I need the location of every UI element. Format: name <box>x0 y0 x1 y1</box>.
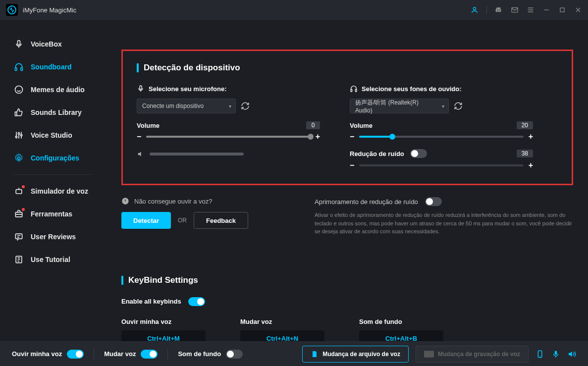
toolbox-icon <box>14 209 24 219</box>
bg-sound-toggle[interactable] <box>226 350 243 359</box>
mic-volume-value: 0 <box>306 121 320 129</box>
sidebar-item-settings[interactable]: Configurações <box>0 147 107 169</box>
device-detection-panel: Detecção de dispositivo Selecione seu mi… <box>121 50 573 185</box>
mic-volume-label: Volume <box>137 122 160 129</box>
user-icon[interactable] <box>471 6 479 14</box>
content: Detecção de dispositivo Selecione seu mi… <box>107 20 588 341</box>
noise-enh-toggle[interactable] <box>425 197 442 206</box>
microphone-column: Selecione seu microfone: Conecte um disp… <box>137 85 320 170</box>
keybind-item-bg-sound: Som de fundo Ctrl+Alt+B <box>359 318 443 342</box>
sidebar-item-tools[interactable]: Ferramentas <box>0 203 107 225</box>
svg-point-1 <box>473 7 476 10</box>
bottom-hear-voice: Ouvir minha voz <box>12 350 84 359</box>
minimize-icon[interactable] <box>542 6 550 14</box>
mic-volume-minus[interactable]: − <box>137 132 141 141</box>
svg-rect-5 <box>15 68 17 71</box>
headphones-small-icon <box>350 85 358 93</box>
phone-icon[interactable] <box>535 350 544 359</box>
noise-slider[interactable] <box>359 164 523 166</box>
keybind-box-hear-voice[interactable]: Ctrl+Alt+M <box>121 330 206 342</box>
file-voice-change-button[interactable]: Mudança de arquivo de voz <box>302 346 409 363</box>
mic-volume-plus[interactable]: + <box>316 132 320 141</box>
svg-rect-12 <box>16 190 22 194</box>
noise-reduction-value: 38 <box>517 150 533 157</box>
mic-select-label: Selecione seu microfone: <box>137 85 320 93</box>
maximize-icon[interactable] <box>558 6 566 14</box>
thumb-icon <box>14 107 24 117</box>
bottombar: Ouvir minha voz Mudar voz Som de fundo M… <box>0 341 588 366</box>
svg-rect-6 <box>21 68 22 71</box>
speaker-bottom-icon[interactable] <box>567 350 576 359</box>
doc-icon <box>14 255 24 264</box>
noise-minus[interactable]: − <box>350 161 354 170</box>
svg-rect-22 <box>555 351 557 355</box>
chat-icon <box>14 232 24 242</box>
svg-rect-14 <box>15 234 22 239</box>
keybind-box-change-voice[interactable]: Ctrl+Alt+N <box>240 330 324 342</box>
svg-rect-16 <box>140 86 142 89</box>
titlebar-right <box>471 6 582 14</box>
sidebar-item-reviews[interactable]: User Reviews <box>0 225 107 248</box>
hp-volume-minus[interactable]: − <box>350 132 354 141</box>
keybind-item-change-voice: Mudar voz Ctrl+Alt+N <box>240 318 324 342</box>
keybind-enable-label: Enable all keybinds <box>121 298 181 305</box>
mail-icon[interactable] <box>511 6 519 14</box>
noise-reduction-label: Redução de ruído <box>350 150 404 157</box>
keybind-enable-toggle[interactable] <box>188 297 205 306</box>
keybind-box-bg-sound[interactable]: Ctrl+Alt+B <box>359 330 443 342</box>
bottom-separator <box>94 349 94 360</box>
hp-select[interactable]: 扬声器/听筒 (Realtek(R) Audio) <box>350 99 449 113</box>
hp-volume-slider[interactable] <box>359 136 523 138</box>
hp-select-label: Selecione seus fones de ouvido: <box>350 85 533 93</box>
detect-help-column: Não consegue ouvir a voz? Detectar OR Fe… <box>121 185 285 236</box>
sidebar-label: VoiceBox <box>31 40 62 48</box>
discord-icon[interactable] <box>495 6 503 14</box>
robot-icon <box>14 186 24 196</box>
hp-refresh-button[interactable] <box>454 102 463 110</box>
sidebar-item-memes[interactable]: Memes de áudio <box>0 78 107 101</box>
sidebar-label: Voice Studio <box>31 131 72 139</box>
noise-enh-title: Aprimoramento de redução de ruído <box>315 198 418 206</box>
sidebar-item-sounds-library[interactable]: Sounds Library <box>0 101 107 124</box>
svg-point-7 <box>15 86 23 94</box>
sidebar-label: Configurações <box>31 154 79 162</box>
keybind-section: KeyBind Settings Enable all keybinds Ouv… <box>121 275 573 342</box>
rec-voice-change-button[interactable]: Mudança de gravação de voz <box>416 346 529 363</box>
mic-icon <box>14 39 24 49</box>
feedback-button[interactable]: Feedback <box>194 212 248 229</box>
hp-volume-plus[interactable]: + <box>529 132 533 141</box>
sidebar-item-voicebox[interactable]: VoiceBox <box>0 33 107 55</box>
svg-rect-17 <box>351 89 352 92</box>
mic-bottom-icon[interactable] <box>551 350 560 359</box>
mic-select[interactable]: Conecte um dispositivo <box>137 99 236 113</box>
keybind-item-hear-voice: Ouvir minha voz Ctrl+Alt+M <box>121 318 206 342</box>
noise-plus[interactable]: + <box>529 161 533 170</box>
sidebar-item-soundboard[interactable]: Soundboard <box>0 55 107 78</box>
change-voice-toggle[interactable] <box>141 350 158 359</box>
keybind-label: Mudar voz <box>240 318 324 325</box>
mic-small-icon <box>137 85 145 93</box>
mic-refresh-button[interactable] <box>241 102 250 110</box>
titlebar: iMyFone MagicMic <box>0 0 588 20</box>
sidebar-item-voice-sim[interactable]: Simulador de voz <box>0 180 107 203</box>
sliders-icon <box>14 130 24 140</box>
app-title: iMyFone MagicMic <box>23 6 76 14</box>
svg-point-10 <box>20 134 22 136</box>
menu-icon[interactable] <box>527 6 535 14</box>
hear-voice-toggle[interactable] <box>67 350 84 359</box>
sidebar-item-voice-studio[interactable]: Voice Studio <box>0 124 107 147</box>
sidebar-label: Use Tutorial <box>31 256 70 263</box>
svg-point-9 <box>18 133 19 134</box>
headphones-icon <box>14 62 24 72</box>
sidebar-label: Sounds Library <box>31 108 82 116</box>
main-area: VoiceBox Soundboard Memes de áudio Sound… <box>0 20 588 341</box>
close-icon[interactable] <box>574 6 582 14</box>
mic-volume-slider[interactable] <box>146 136 310 138</box>
bottom-separator <box>167 349 168 360</box>
sidebar-item-tutorial[interactable]: Use Tutorial <box>0 248 107 271</box>
detect-button[interactable]: Detectar <box>121 212 171 229</box>
sidebar-label: User Reviews <box>31 233 76 241</box>
hp-volume-value: 20 <box>517 121 533 129</box>
sidebar-label: Ferramentas <box>31 210 72 218</box>
noise-reduction-toggle[interactable] <box>410 149 427 158</box>
